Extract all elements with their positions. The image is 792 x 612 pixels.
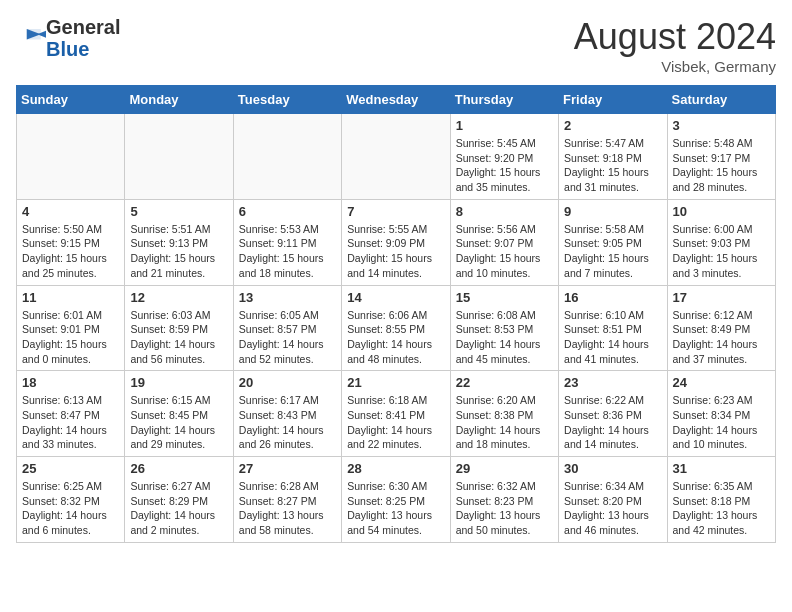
calendar-cell: 19Sunrise: 6:15 AMSunset: 8:45 PMDayligh… — [125, 371, 233, 457]
day-number: 3 — [673, 118, 770, 133]
calendar-cell: 12Sunrise: 6:03 AMSunset: 8:59 PMDayligh… — [125, 285, 233, 371]
calendar-cell: 26Sunrise: 6:27 AMSunset: 8:29 PMDayligh… — [125, 457, 233, 543]
day-number: 2 — [564, 118, 661, 133]
calendar-cell — [17, 114, 125, 200]
calendar-cell: 18Sunrise: 6:13 AMSunset: 8:47 PMDayligh… — [17, 371, 125, 457]
calendar-week-row: 25Sunrise: 6:25 AMSunset: 8:32 PMDayligh… — [17, 457, 776, 543]
day-info: Sunrise: 6:08 AMSunset: 8:53 PMDaylight:… — [456, 308, 553, 367]
day-info: Sunrise: 6:22 AMSunset: 8:36 PMDaylight:… — [564, 393, 661, 452]
calendar-cell: 20Sunrise: 6:17 AMSunset: 8:43 PMDayligh… — [233, 371, 341, 457]
calendar-cell: 24Sunrise: 6:23 AMSunset: 8:34 PMDayligh… — [667, 371, 775, 457]
day-info: Sunrise: 6:00 AMSunset: 9:03 PMDaylight:… — [673, 222, 770, 281]
day-number: 10 — [673, 204, 770, 219]
calendar-cell — [342, 114, 450, 200]
day-number: 27 — [239, 461, 336, 476]
day-info: Sunrise: 6:30 AMSunset: 8:25 PMDaylight:… — [347, 479, 444, 538]
day-number: 14 — [347, 290, 444, 305]
calendar-cell: 28Sunrise: 6:30 AMSunset: 8:25 PMDayligh… — [342, 457, 450, 543]
day-info: Sunrise: 6:18 AMSunset: 8:41 PMDaylight:… — [347, 393, 444, 452]
calendar-cell: 27Sunrise: 6:28 AMSunset: 8:27 PMDayligh… — [233, 457, 341, 543]
day-number: 20 — [239, 375, 336, 390]
calendar-cell: 2Sunrise: 5:47 AMSunset: 9:18 PMDaylight… — [559, 114, 667, 200]
title-block: August 2024 Visbek, Germany — [574, 16, 776, 75]
page-header: General Blue August 2024 Visbek, Germany — [16, 16, 776, 75]
day-number: 26 — [130, 461, 227, 476]
calendar-cell: 7Sunrise: 5:55 AMSunset: 9:09 PMDaylight… — [342, 199, 450, 285]
weekday-header: Tuesday — [233, 86, 341, 114]
day-info: Sunrise: 5:50 AMSunset: 9:15 PMDaylight:… — [22, 222, 119, 281]
calendar-cell: 29Sunrise: 6:32 AMSunset: 8:23 PMDayligh… — [450, 457, 558, 543]
calendar-header: SundayMondayTuesdayWednesdayThursdayFrid… — [17, 86, 776, 114]
calendar-cell: 4Sunrise: 5:50 AMSunset: 9:15 PMDaylight… — [17, 199, 125, 285]
day-info: Sunrise: 6:25 AMSunset: 8:32 PMDaylight:… — [22, 479, 119, 538]
calendar-cell: 1Sunrise: 5:45 AMSunset: 9:20 PMDaylight… — [450, 114, 558, 200]
day-info: Sunrise: 6:35 AMSunset: 8:18 PMDaylight:… — [673, 479, 770, 538]
calendar-cell: 16Sunrise: 6:10 AMSunset: 8:51 PMDayligh… — [559, 285, 667, 371]
calendar-cell: 22Sunrise: 6:20 AMSunset: 8:38 PMDayligh… — [450, 371, 558, 457]
day-number: 28 — [347, 461, 444, 476]
day-info: Sunrise: 6:06 AMSunset: 8:55 PMDaylight:… — [347, 308, 444, 367]
logo: General Blue — [16, 16, 120, 60]
calendar-cell: 6Sunrise: 5:53 AMSunset: 9:11 PMDaylight… — [233, 199, 341, 285]
day-number: 22 — [456, 375, 553, 390]
weekday-header: Saturday — [667, 86, 775, 114]
header-row: SundayMondayTuesdayWednesdayThursdayFrid… — [17, 86, 776, 114]
calendar-cell: 15Sunrise: 6:08 AMSunset: 8:53 PMDayligh… — [450, 285, 558, 371]
day-number: 24 — [673, 375, 770, 390]
day-info: Sunrise: 5:58 AMSunset: 9:05 PMDaylight:… — [564, 222, 661, 281]
day-info: Sunrise: 5:53 AMSunset: 9:11 PMDaylight:… — [239, 222, 336, 281]
calendar-week-row: 11Sunrise: 6:01 AMSunset: 9:01 PMDayligh… — [17, 285, 776, 371]
day-number: 31 — [673, 461, 770, 476]
day-info: Sunrise: 6:15 AMSunset: 8:45 PMDaylight:… — [130, 393, 227, 452]
day-number: 30 — [564, 461, 661, 476]
day-info: Sunrise: 6:34 AMSunset: 8:20 PMDaylight:… — [564, 479, 661, 538]
day-number: 29 — [456, 461, 553, 476]
logo-icon — [18, 22, 46, 50]
day-info: Sunrise: 6:32 AMSunset: 8:23 PMDaylight:… — [456, 479, 553, 538]
day-number: 17 — [673, 290, 770, 305]
logo-blue: Blue — [46, 38, 89, 60]
day-info: Sunrise: 5:56 AMSunset: 9:07 PMDaylight:… — [456, 222, 553, 281]
calendar-table: SundayMondayTuesdayWednesdayThursdayFrid… — [16, 85, 776, 543]
day-info: Sunrise: 5:47 AMSunset: 9:18 PMDaylight:… — [564, 136, 661, 195]
day-number: 12 — [130, 290, 227, 305]
location-title: Visbek, Germany — [574, 58, 776, 75]
day-info: Sunrise: 5:51 AMSunset: 9:13 PMDaylight:… — [130, 222, 227, 281]
calendar-cell: 25Sunrise: 6:25 AMSunset: 8:32 PMDayligh… — [17, 457, 125, 543]
day-info: Sunrise: 6:28 AMSunset: 8:27 PMDaylight:… — [239, 479, 336, 538]
calendar-cell: 8Sunrise: 5:56 AMSunset: 9:07 PMDaylight… — [450, 199, 558, 285]
calendar-week-row: 4Sunrise: 5:50 AMSunset: 9:15 PMDaylight… — [17, 199, 776, 285]
day-number: 6 — [239, 204, 336, 219]
calendar-cell: 9Sunrise: 5:58 AMSunset: 9:05 PMDaylight… — [559, 199, 667, 285]
day-number: 11 — [22, 290, 119, 305]
day-number: 8 — [456, 204, 553, 219]
calendar-body: 1Sunrise: 5:45 AMSunset: 9:20 PMDaylight… — [17, 114, 776, 543]
day-number: 5 — [130, 204, 227, 219]
day-info: Sunrise: 6:27 AMSunset: 8:29 PMDaylight:… — [130, 479, 227, 538]
day-info: Sunrise: 5:48 AMSunset: 9:17 PMDaylight:… — [673, 136, 770, 195]
weekday-header: Friday — [559, 86, 667, 114]
calendar-cell — [125, 114, 233, 200]
day-number: 7 — [347, 204, 444, 219]
day-number: 23 — [564, 375, 661, 390]
calendar-week-row: 1Sunrise: 5:45 AMSunset: 9:20 PMDaylight… — [17, 114, 776, 200]
day-number: 25 — [22, 461, 119, 476]
calendar-week-row: 18Sunrise: 6:13 AMSunset: 8:47 PMDayligh… — [17, 371, 776, 457]
day-number: 13 — [239, 290, 336, 305]
calendar-cell: 31Sunrise: 6:35 AMSunset: 8:18 PMDayligh… — [667, 457, 775, 543]
calendar-cell: 3Sunrise: 5:48 AMSunset: 9:17 PMDaylight… — [667, 114, 775, 200]
day-number: 9 — [564, 204, 661, 219]
day-number: 1 — [456, 118, 553, 133]
day-info: Sunrise: 6:05 AMSunset: 8:57 PMDaylight:… — [239, 308, 336, 367]
day-info: Sunrise: 6:01 AMSunset: 9:01 PMDaylight:… — [22, 308, 119, 367]
calendar-cell: 5Sunrise: 5:51 AMSunset: 9:13 PMDaylight… — [125, 199, 233, 285]
weekday-header: Thursday — [450, 86, 558, 114]
month-title: August 2024 — [574, 16, 776, 58]
weekday-header: Monday — [125, 86, 233, 114]
calendar-cell: 10Sunrise: 6:00 AMSunset: 9:03 PMDayligh… — [667, 199, 775, 285]
day-number: 19 — [130, 375, 227, 390]
calendar-cell: 11Sunrise: 6:01 AMSunset: 9:01 PMDayligh… — [17, 285, 125, 371]
weekday-header: Wednesday — [342, 86, 450, 114]
day-number: 4 — [22, 204, 119, 219]
calendar-cell: 17Sunrise: 6:12 AMSunset: 8:49 PMDayligh… — [667, 285, 775, 371]
